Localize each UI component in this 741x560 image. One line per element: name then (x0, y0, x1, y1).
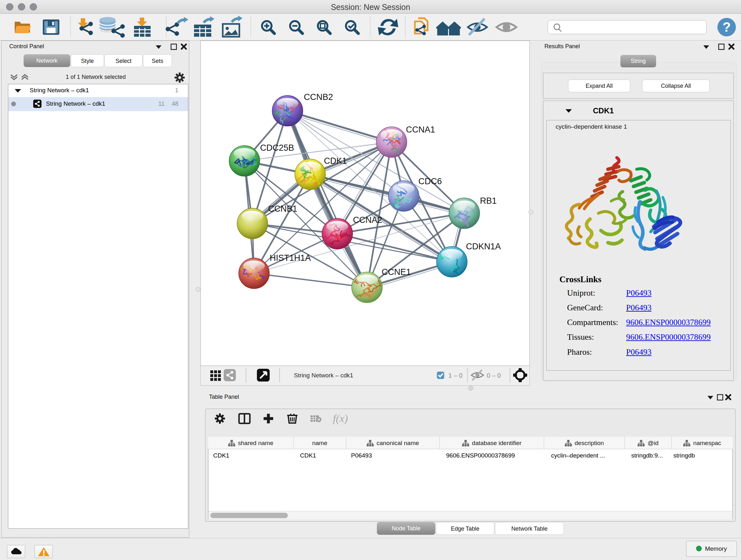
svg-text:CCNA1: CCNA1 (406, 125, 435, 134)
svg-text:CDK1: CDK1 (324, 156, 347, 166)
svg-text:CDC25B: CDC25B (260, 143, 294, 152)
svg-text:0 – 0: 0 – 0 (487, 372, 501, 379)
svg-text:RB1: RB1 (480, 196, 497, 206)
svg-text:f(x): f(x) (333, 413, 348, 425)
svg-text:HIST1H1A: HIST1H1A (270, 253, 311, 263)
svg-text:CCNB2: CCNB2 (304, 92, 333, 102)
svg-text:CCNB1: CCNB1 (268, 204, 297, 213)
svg-text:CCNE1: CCNE1 (382, 267, 411, 277)
svg-text:?: ? (723, 19, 731, 35)
svg-text:CCNA2: CCNA2 (353, 215, 382, 225)
svg-text:CDKN1A: CDKN1A (466, 242, 501, 251)
svg-text:CDC6: CDC6 (418, 177, 442, 186)
svg-text:1 – 0: 1 – 0 (448, 372, 462, 379)
svg-text:String Network – cdk1: String Network – cdk1 (294, 372, 353, 379)
